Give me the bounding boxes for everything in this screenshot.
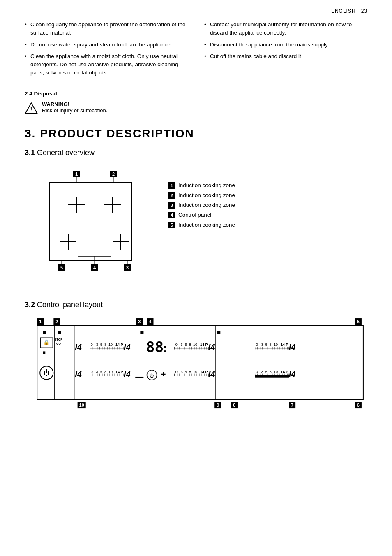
legend: 1 Induction cooking zone 2 Induction coo… xyxy=(168,170,367,232)
language-label: ENGLISH xyxy=(331,8,356,14)
svg-text::: : xyxy=(163,342,167,354)
right-bullet-list: Contact your municipal authority for inf… xyxy=(204,21,367,60)
svg-text:3: 3 xyxy=(261,343,263,347)
control-panel-diagram: 🔒 STOP GO ⏻ I4 0 3 5 8 10 14 P xyxy=(25,315,367,411)
svg-text:1: 1 xyxy=(39,319,42,324)
svg-text:I4: I4 xyxy=(289,369,296,378)
general-overview-diagram: 1 2 5 xyxy=(25,163,367,289)
svg-text:5: 5 xyxy=(185,369,187,373)
warning-text: WARNING! Risk of injury or suffocation. xyxy=(42,101,107,114)
svg-text:I4: I4 xyxy=(124,369,131,378)
svg-text:8: 8 xyxy=(233,403,235,408)
svg-text:3: 3 xyxy=(181,369,183,373)
svg-text:0: 0 xyxy=(175,343,178,347)
svg-text:!: ! xyxy=(30,106,32,113)
svg-text:8: 8 xyxy=(104,343,106,347)
legend-badge-5: 5 xyxy=(168,222,175,228)
svg-text:3: 3 xyxy=(261,369,263,373)
svg-text:4: 4 xyxy=(149,319,152,324)
svg-text:3: 3 xyxy=(96,343,98,347)
list-item: Disconnect the appliance from the mains … xyxy=(204,41,367,49)
svg-text:8: 8 xyxy=(189,369,191,373)
svg-text:10: 10 xyxy=(193,343,197,347)
svg-text:5: 5 xyxy=(185,343,187,347)
svg-text:3: 3 xyxy=(181,343,183,347)
warning-description: Risk of injury or suffocation. xyxy=(42,107,107,114)
legend-label-4: Control panel xyxy=(178,212,211,218)
svg-text:5: 5 xyxy=(265,343,267,347)
svg-text:5: 5 xyxy=(265,369,267,373)
control-panel-number: 3.2 xyxy=(25,301,35,309)
cooktop-svg: 1 2 5 xyxy=(25,170,156,281)
svg-text:0: 0 xyxy=(256,369,258,373)
svg-text:3: 3 xyxy=(126,265,129,270)
svg-text:0: 0 xyxy=(91,343,93,347)
legend-badge-2: 2 xyxy=(168,192,175,199)
disposal-number: 2.4 xyxy=(25,90,34,97)
svg-text:5: 5 xyxy=(100,343,102,347)
warning-box: ! WARNING! Risk of injury or suffocation… xyxy=(25,101,367,115)
svg-text:14 P: 14 P xyxy=(115,369,123,373)
svg-text:8: 8 xyxy=(270,369,272,373)
legend-item-1: 1 Induction cooking zone xyxy=(168,182,367,189)
left-col: Clean regularly the appliance to prevent… xyxy=(25,21,188,81)
svg-text:GO: GO xyxy=(56,342,61,345)
general-overview-number: 3.1 xyxy=(25,148,35,157)
svg-text:88: 88 xyxy=(146,338,164,356)
svg-text:7: 7 xyxy=(291,403,293,408)
legend-badge-4: 4 xyxy=(168,212,175,218)
svg-text:4: 4 xyxy=(93,265,96,270)
svg-text:10: 10 xyxy=(108,343,113,347)
control-panel-title: 3.2 Control panel layout xyxy=(25,301,367,309)
svg-text:5: 5 xyxy=(357,319,360,324)
svg-rect-208 xyxy=(217,331,220,334)
svg-text:I4: I4 xyxy=(124,343,131,352)
svg-text:8: 8 xyxy=(104,369,106,373)
warning-label: WARNING! xyxy=(42,101,69,107)
svg-text:3: 3 xyxy=(138,319,141,324)
legend-item-2: 2 Induction cooking zone xyxy=(168,192,367,199)
svg-text:2: 2 xyxy=(112,171,115,176)
svg-text:—: — xyxy=(135,371,144,380)
svg-text:I4: I4 xyxy=(75,343,82,352)
svg-text:9: 9 xyxy=(217,403,219,408)
svg-text:8: 8 xyxy=(189,343,191,347)
svg-text:6: 6 xyxy=(357,403,360,408)
svg-rect-17 xyxy=(78,246,111,256)
svg-rect-27 xyxy=(37,325,363,400)
svg-text:14 P: 14 P xyxy=(115,343,123,347)
legend-label-5: Induction cooking zone xyxy=(178,222,235,228)
legend-label-3: Induction cooking zone xyxy=(178,202,235,208)
list-item: Do not use water spray and steam to clea… xyxy=(25,41,188,49)
svg-rect-8 xyxy=(49,182,131,260)
right-col: Contact your municipal authority for inf… xyxy=(204,21,367,81)
svg-text:I4: I4 xyxy=(289,343,296,352)
svg-text:10: 10 xyxy=(274,369,278,373)
svg-text:10: 10 xyxy=(108,369,113,373)
legend-item-3: 3 Induction cooking zone xyxy=(168,202,367,208)
svg-text:5: 5 xyxy=(100,369,102,373)
legend-badge-3: 3 xyxy=(168,202,175,208)
bullets-section: Clean regularly the appliance to prevent… xyxy=(25,21,367,81)
list-item: Contact your municipal authority for inf… xyxy=(204,21,367,37)
svg-text:5: 5 xyxy=(60,265,63,270)
legend-label-1: Induction cooking zone xyxy=(178,182,235,188)
svg-text:14 P: 14 P xyxy=(200,369,208,373)
list-item: Clean the appliance with a moist soft cl… xyxy=(25,52,188,77)
svg-text:0: 0 xyxy=(256,343,258,347)
svg-text:1: 1 xyxy=(75,171,78,176)
svg-text:14 P: 14 P xyxy=(281,369,288,373)
product-description-title: 3. PRODUCT DESCRIPTION xyxy=(25,127,367,140)
svg-text:2: 2 xyxy=(55,319,58,324)
legend-item-5: 5 Induction cooking zone xyxy=(168,222,367,228)
svg-rect-209 xyxy=(255,375,289,377)
svg-text:STOP: STOP xyxy=(55,338,62,341)
list-item: Clean regularly the appliance to prevent… xyxy=(25,21,188,37)
disposal-label: Disposal xyxy=(34,90,57,97)
cooktop-diagram: 1 2 5 xyxy=(25,170,156,282)
svg-text:I4: I4 xyxy=(208,343,215,352)
svg-text:0: 0 xyxy=(91,369,93,373)
page-number: 23 xyxy=(361,8,367,14)
svg-text:I4: I4 xyxy=(75,369,82,378)
legend-badge-1: 1 xyxy=(168,182,175,189)
